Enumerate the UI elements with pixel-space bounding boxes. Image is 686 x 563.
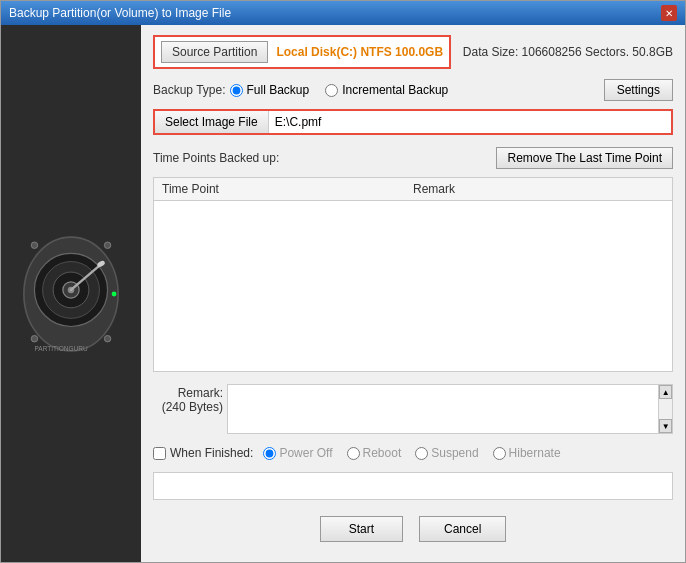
remark-size-label: (240 Bytes) [153,400,223,414]
remark-label-text: Remark: [153,386,223,400]
power-off-label: Power Off [279,446,332,460]
source-partition-row: Source Partition Local Disk(C:) NTFS 100… [153,35,451,69]
table-body [154,201,672,281]
svg-point-10 [31,335,38,342]
when-finished-checkbox[interactable] [153,447,166,460]
suspend-label: Suspend [431,446,478,460]
image-path-input[interactable] [269,112,671,132]
settings-button[interactable]: Settings [604,79,673,101]
bottom-buttons: Start Cancel [153,516,673,552]
when-finished-row: When Finished: Power Off Reboot Suspend [153,446,673,460]
hibernate-option[interactable]: Hibernate [493,446,561,460]
table-header: Time Point Remark [154,178,672,201]
incremental-backup-option[interactable]: Incremental Backup [325,83,448,97]
comment-input[interactable] [153,472,673,500]
finish-options: Power Off Reboot Suspend Hibernate [263,446,560,460]
reboot-radio[interactable] [347,447,360,460]
data-size-label: Data Size: 106608256 Sectors. 50.8GB [463,45,673,59]
select-image-row: Select Image File [153,109,673,135]
scrollbar-up-arrow[interactable]: ▲ [659,385,672,399]
backup-type-options: Full Backup Incremental Backup [230,83,449,97]
svg-point-8 [31,242,38,249]
backup-type-label: Backup Type: [153,83,226,97]
cancel-button[interactable]: Cancel [419,516,506,542]
remove-last-time-point-button[interactable]: Remove The Last Time Point [496,147,673,169]
suspend-radio[interactable] [415,447,428,460]
time-point-column-header: Time Point [162,182,413,196]
when-finished-label[interactable]: When Finished: [153,446,253,460]
backup-type-row: Backup Type: Full Backup Incremental Bac… [153,79,673,101]
reboot-option[interactable]: Reboot [347,446,402,460]
header-info-row: Source Partition Local Disk(C:) NTFS 100… [153,35,673,69]
power-off-radio[interactable] [263,447,276,460]
hdd-graphic: PARTITIONGURU [6,229,136,359]
time-points-header: Time Points Backed up: Remove The Last T… [153,147,673,169]
remark-scrollbar: ▲ ▼ [659,384,673,434]
remark-column-header: Remark [413,182,664,196]
select-image-button[interactable]: Select Image File [155,111,269,133]
remark-textarea[interactable] [227,384,659,434]
power-off-option[interactable]: Power Off [263,446,332,460]
source-partition-button[interactable]: Source Partition [161,41,268,63]
remark-area: Remark: (240 Bytes) [153,384,223,434]
incremental-backup-radio[interactable] [325,84,338,97]
hdd-image-panel: PARTITIONGURU [1,25,141,562]
svg-text:PARTITIONGURU: PARTITIONGURU [34,344,88,351]
remark-textarea-container: ▲ ▼ [227,384,673,434]
scrollbar-down-arrow[interactable]: ▼ [659,419,672,433]
svg-point-11 [104,335,111,342]
full-backup-label: Full Backup [247,83,310,97]
suspend-option[interactable]: Suspend [415,446,478,460]
main-panel: Source Partition Local Disk(C:) NTFS 100… [141,25,685,562]
full-backup-radio[interactable] [230,84,243,97]
svg-point-9 [104,242,111,249]
source-partition-value: Local Disk(C:) NTFS 100.0GB [276,45,443,59]
content-area: PARTITIONGURU Source Partition Local Dis… [1,25,685,562]
svg-point-13 [112,291,117,296]
title-bar: Backup Partition(or Volume) to Image Fil… [1,1,685,25]
incremental-backup-label: Incremental Backup [342,83,448,97]
main-window: Backup Partition(or Volume) to Image Fil… [0,0,686,563]
full-backup-option[interactable]: Full Backup [230,83,310,97]
when-finished-text: When Finished: [170,446,253,460]
window-title: Backup Partition(or Volume) to Image Fil… [9,6,231,20]
close-button[interactable]: ✕ [661,5,677,21]
hibernate-label: Hibernate [509,446,561,460]
remark-section: Remark: (240 Bytes) ▲ ▼ [153,384,673,434]
start-button[interactable]: Start [320,516,403,542]
hibernate-radio[interactable] [493,447,506,460]
time-points-label: Time Points Backed up: [153,151,279,165]
time-points-table: Time Point Remark [153,177,673,372]
reboot-label: Reboot [363,446,402,460]
